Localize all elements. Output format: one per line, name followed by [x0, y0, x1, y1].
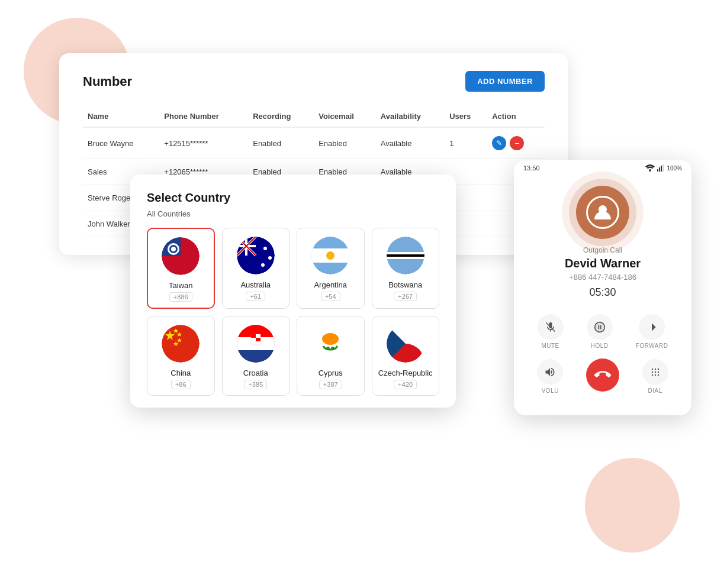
svg-point-52: [594, 322, 604, 332]
end-call-button[interactable]: [586, 358, 619, 394]
svg-rect-20: [387, 252, 424, 254]
svg-rect-34: [251, 334, 256, 338]
hold-icon: [587, 314, 613, 340]
svg-rect-21: [387, 254, 424, 257]
svg-point-13: [263, 247, 267, 250]
svg-point-15: [261, 263, 265, 267]
volume-button[interactable]: VOLU: [537, 359, 563, 394]
country-item[interactable]: China +86: [147, 316, 215, 396]
country-flag: [162, 325, 200, 363]
svg-point-18: [326, 251, 334, 260]
mute-button[interactable]: MUTE: [538, 314, 564, 349]
svg-rect-32: [237, 350, 275, 363]
country-item[interactable]: Croatia +385: [222, 316, 290, 396]
modal-subtitle: All Countries: [147, 209, 439, 218]
end-call-icon: [586, 358, 619, 392]
mute-icon: [538, 314, 564, 340]
svg-rect-53: [598, 325, 599, 329]
col-availability: Availability: [376, 106, 445, 127]
delete-button[interactable]: −: [510, 136, 524, 150]
country-item[interactable]: Australia +61: [222, 228, 290, 309]
country-flag: [237, 325, 275, 363]
svg-rect-54: [600, 325, 601, 329]
person-icon: [593, 203, 612, 222]
col-recording: Recording: [248, 106, 314, 127]
country-name: Botswana: [388, 280, 422, 289]
dial-label: DIAL: [648, 387, 662, 394]
country-flag: [387, 237, 424, 274]
action-icons: ✎ −: [492, 136, 540, 150]
cell-action: ✎ −: [487, 127, 545, 159]
forward-label: FORWARD: [636, 343, 668, 349]
svg-point-63: [657, 374, 659, 376]
country-code: +387: [319, 380, 342, 389]
svg-rect-48: [661, 166, 662, 172]
select-country-modal: Select Country All Countries Taiwan +886: [130, 175, 456, 408]
cell-availability: Available: [376, 127, 445, 159]
country-item[interactable]: Botswana +267: [372, 228, 440, 309]
country-name: Croatia: [243, 369, 268, 377]
modal-title: Select Country: [147, 191, 439, 205]
col-users: Users: [445, 106, 487, 127]
country-code: +54: [321, 292, 340, 301]
svg-rect-36: [251, 338, 256, 341]
status-time: 13:50: [523, 164, 540, 172]
wifi-icon: [645, 164, 655, 172]
country-item[interactable]: Czech-Republic +420: [372, 316, 440, 396]
controls-row-top: MUTE HOLD: [526, 314, 680, 349]
caller-avatar: [576, 186, 629, 239]
country-code: +61: [246, 292, 265, 301]
cell-voicemail: Enabled: [314, 127, 376, 159]
hold-label: HOLD: [591, 343, 609, 349]
hold-button[interactable]: HOLD: [587, 314, 613, 349]
col-name: Name: [83, 106, 159, 127]
country-code: +886: [169, 292, 192, 302]
country-flag: [387, 325, 424, 363]
forward-button[interactable]: FORWARD: [636, 314, 668, 349]
svg-point-58: [651, 371, 653, 373]
controls-row-bottom: VOLU DIAL: [526, 358, 680, 394]
svg-point-62: [654, 374, 656, 376]
country-flag: [237, 237, 275, 274]
country-item[interactable]: Cyprus +387: [297, 316, 365, 396]
country-name: Argentina: [314, 280, 347, 289]
country-name: China: [171, 369, 191, 377]
col-voicemail: Voicemail: [314, 106, 376, 127]
svg-point-14: [268, 256, 272, 260]
country-code: +267: [394, 292, 417, 301]
edit-button[interactable]: ✎: [492, 136, 506, 150]
phone-status-bar: 13:50 100%: [514, 160, 691, 174]
dial-button[interactable]: DIAL: [642, 359, 668, 394]
country-item[interactable]: Argentina +54: [297, 228, 365, 309]
volume-icon: [537, 359, 563, 385]
caller-name: Devid Warner: [565, 257, 641, 270]
volume-label: VOLU: [542, 387, 559, 394]
add-number-button[interactable]: ADD NUMBER: [465, 71, 545, 92]
country-name: Czech-Republic: [378, 369, 433, 377]
call-label: Outgoin Call: [583, 246, 622, 254]
country-item[interactable]: Taiwan +886: [147, 228, 215, 309]
signal-icon: [657, 164, 664, 172]
country-name: Australia: [240, 280, 271, 289]
country-code: +420: [394, 380, 417, 389]
svg-point-60: [657, 371, 659, 373]
svg-point-39: [322, 333, 339, 345]
call-duration: 05:30: [589, 286, 616, 299]
call-controls: MUTE HOLD: [514, 308, 691, 394]
svg-point-56: [654, 368, 656, 370]
cell-name: Bruce Wayne: [83, 127, 159, 159]
svg-rect-37: [256, 338, 260, 341]
svg-rect-49: [662, 164, 664, 172]
phone-status-icons: 100%: [645, 164, 682, 172]
panel-header: Number ADD NUMBER: [83, 71, 545, 92]
col-action: Action: [487, 106, 545, 127]
cell-phone: +12515******: [159, 127, 248, 159]
table-row: Bruce Wayne +12515****** Enabled Enabled…: [83, 127, 545, 159]
country-flag: [311, 325, 349, 363]
svg-point-45: [649, 169, 651, 172]
country-code: +385: [244, 380, 267, 389]
svg-point-55: [651, 368, 653, 370]
col-phone: Phone Number: [159, 106, 248, 127]
svg-rect-46: [657, 169, 658, 172]
svg-rect-35: [256, 334, 260, 338]
